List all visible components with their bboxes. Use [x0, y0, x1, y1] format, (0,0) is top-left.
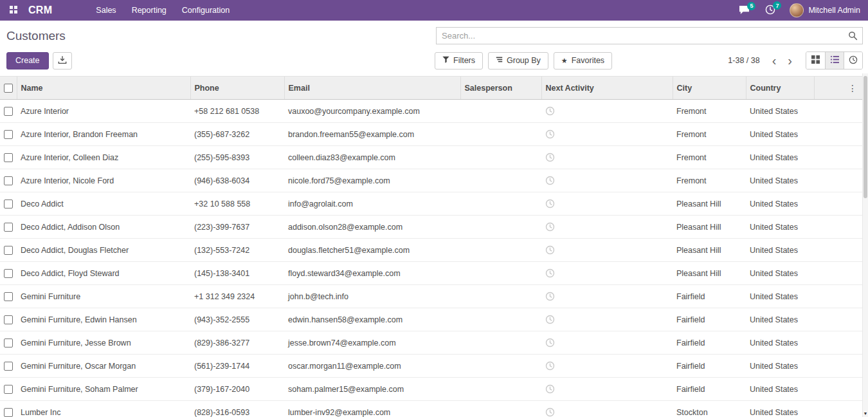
create-button[interactable]: Create	[6, 52, 49, 70]
next-activity-clock-icon[interactable]	[545, 129, 555, 138]
row-checkbox[interactable]	[4, 107, 13, 116]
cell-phone[interactable]: +58 212 681 0538	[190, 100, 284, 123]
cell-name[interactable]: Deco Addict, Floyd Steward	[17, 262, 190, 285]
cell-next-activity[interactable]	[541, 146, 673, 169]
cell-city[interactable]: Fremont	[673, 146, 746, 169]
column-header-email[interactable]: Email	[284, 77, 460, 100]
cell-salesperson[interactable]	[460, 169, 541, 192]
row-checkbox[interactable]	[4, 385, 13, 394]
cell-salesperson[interactable]	[460, 192, 541, 216]
table-row[interactable]: Azure Interior +58 212 681 0538 vauxoo@y…	[0, 100, 868, 123]
scrollbar-down-arrow-icon[interactable]: ▼	[863, 411, 868, 416]
row-checkbox[interactable]	[4, 199, 13, 208]
cell-name[interactable]: Deco Addict	[17, 192, 190, 216]
table-row[interactable]: Deco Addict, Addison Olson (223)-399-763…	[0, 216, 868, 239]
cell-city[interactable]: Fairfield	[673, 355, 746, 378]
cell-city[interactable]: Fairfield	[673, 285, 746, 308]
column-header-city[interactable]: City	[673, 77, 746, 100]
table-row[interactable]: Azure Interior, Nicole Ford (946)-638-60…	[0, 169, 868, 192]
cell-email[interactable]: vauxoo@yourcompany.example.com	[284, 100, 460, 123]
cell-phone[interactable]: +32 10 588 558	[190, 192, 284, 216]
next-activity-clock-icon[interactable]	[545, 268, 555, 277]
scrollbar-thumb[interactable]	[863, 76, 867, 198]
cell-salesperson[interactable]	[460, 146, 541, 169]
view-activity-button[interactable]	[844, 52, 862, 69]
cell-phone[interactable]: (943)-352-2555	[190, 308, 284, 331]
export-button[interactable]	[53, 52, 72, 70]
cell-phone[interactable]: (379)-167-2040	[190, 378, 284, 401]
cell-name[interactable]: Gemini Furniture, Soham Palmer	[17, 378, 190, 401]
cell-city[interactable]: Fairfield	[673, 378, 746, 401]
table-row[interactable]: Gemini Furniture, Soham Palmer (379)-167…	[0, 378, 868, 401]
cell-country[interactable]: United States	[746, 401, 814, 417]
cell-country[interactable]: United States	[746, 216, 814, 239]
cell-name[interactable]: Azure Interior, Brandon Freeman	[17, 123, 190, 146]
menu-sales[interactable]: Sales	[88, 0, 123, 21]
cell-salesperson[interactable]	[460, 331, 541, 355]
cell-salesperson[interactable]	[460, 401, 541, 417]
table-row[interactable]: Gemini Furniture, Edwin Hansen (943)-352…	[0, 308, 868, 331]
cell-city[interactable]: Fairfield	[673, 308, 746, 331]
cell-email[interactable]: soham.palmer15@example.com	[284, 378, 460, 401]
cell-email[interactable]: addison.olson28@example.com	[284, 216, 460, 239]
cell-salesperson[interactable]	[460, 216, 541, 239]
cell-next-activity[interactable]	[541, 285, 673, 308]
cell-salesperson[interactable]	[460, 262, 541, 285]
cell-city[interactable]: Pleasant Hill	[673, 192, 746, 216]
row-checkbox[interactable]	[4, 315, 13, 324]
cell-country[interactable]: United States	[746, 308, 814, 331]
table-row[interactable]: Azure Interior, Colleen Diaz (255)-595-8…	[0, 146, 868, 169]
cell-next-activity[interactable]	[541, 100, 673, 123]
row-checkbox[interactable]	[4, 153, 13, 162]
cell-name[interactable]: Azure Interior	[17, 100, 190, 123]
cell-email[interactable]: jesse.brown74@example.com	[284, 331, 460, 355]
cell-country[interactable]: United States	[746, 100, 814, 123]
cell-next-activity[interactable]	[541, 262, 673, 285]
cell-phone[interactable]: (132)-553-7242	[190, 239, 284, 262]
table-row[interactable]: Deco Addict +32 10 588 558 info@agrolait…	[0, 192, 868, 216]
optional-columns-toggle[interactable]: ⋮	[845, 82, 860, 94]
cell-next-activity[interactable]	[541, 308, 673, 331]
cell-name[interactable]: Gemini Furniture	[17, 285, 190, 308]
next-activity-clock-icon[interactable]	[545, 176, 555, 185]
app-title[interactable]: CRM	[28, 5, 52, 16]
view-kanban-button[interactable]	[806, 52, 825, 69]
cell-next-activity[interactable]	[541, 401, 673, 417]
table-row[interactable]: Gemini Furniture +1 312 349 2324 john.b@…	[0, 285, 868, 308]
select-all-checkbox[interactable]	[4, 84, 13, 93]
cell-country[interactable]: United States	[746, 169, 814, 192]
cell-country[interactable]: United States	[746, 378, 814, 401]
cell-phone[interactable]: (828)-316-0593	[190, 401, 284, 417]
cell-city[interactable]: Stockton	[673, 401, 746, 417]
cell-country[interactable]: United States	[746, 192, 814, 216]
row-checkbox[interactable]	[4, 246, 13, 255]
row-checkbox[interactable]	[4, 292, 13, 301]
cell-name[interactable]: Lumber Inc	[17, 401, 190, 417]
cell-next-activity[interactable]	[541, 239, 673, 262]
row-checkbox[interactable]	[4, 269, 13, 278]
menu-configuration[interactable]: Configuration	[174, 0, 237, 21]
row-checkbox[interactable]	[4, 362, 13, 371]
table-row[interactable]: Deco Addict, Floyd Steward (145)-138-340…	[0, 262, 868, 285]
column-header-salesperson[interactable]: Salesperson	[460, 77, 541, 100]
cell-name[interactable]: Deco Addict, Addison Olson	[17, 216, 190, 239]
messages-button[interactable]: 5	[731, 2, 757, 19]
cell-country[interactable]: United States	[746, 285, 814, 308]
row-checkbox[interactable]	[4, 338, 13, 348]
cell-email[interactable]: edwin.hansen58@example.com	[284, 308, 460, 331]
cell-salesperson[interactable]	[460, 378, 541, 401]
cell-country[interactable]: United States	[746, 239, 814, 262]
cell-name[interactable]: Gemini Furniture, Jesse Brown	[17, 331, 190, 355]
row-checkbox[interactable]	[4, 223, 13, 232]
search-icon[interactable]	[848, 31, 858, 43]
group-by-button[interactable]: Group By	[488, 52, 548, 70]
favorites-button[interactable]: ★ Favorites	[554, 52, 612, 70]
activities-button[interactable]: 7	[757, 1, 783, 19]
next-activity-clock-icon[interactable]	[545, 292, 555, 301]
cell-next-activity[interactable]	[541, 331, 673, 355]
cell-email[interactable]: douglas.fletcher51@example.com	[284, 239, 460, 262]
pager-next-button[interactable]: ›	[782, 54, 798, 67]
cell-salesperson[interactable]	[460, 355, 541, 378]
cell-email[interactable]: john.b@tech.info	[284, 285, 460, 308]
cell-next-activity[interactable]	[541, 169, 673, 192]
